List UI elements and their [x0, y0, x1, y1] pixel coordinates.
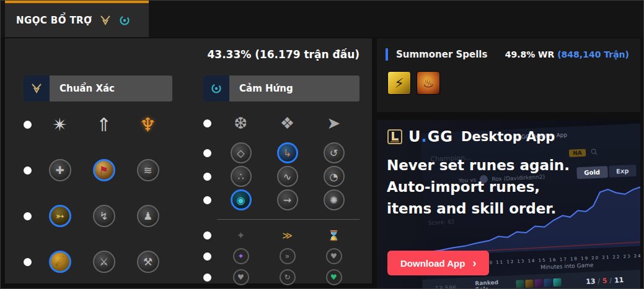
rune-conqueror[interactable]: ♆ — [134, 110, 162, 139]
primary-tree-header: Chuẩn Xác — [24, 75, 172, 101]
rune-jack-of-all-trades[interactable]: ✺ — [324, 189, 345, 210]
rune-presence-of-mind[interactable]: ≋ — [137, 159, 159, 181]
rune-magical-footwear-selected[interactable]: ↳ — [277, 142, 298, 163]
chevron-right-icon: › — [472, 257, 476, 269]
download-app-button[interactable]: Download App › — [387, 251, 489, 275]
ad-logo-row: U.GG Desktop App — [387, 128, 555, 145]
attack-speed-icon: ≫ — [282, 230, 293, 241]
rune-legend-haste[interactable]: ↯ — [93, 205, 115, 227]
triple-tonic-icon: ∴ — [237, 171, 244, 183]
shard-row: ♥ ↻ ♥ — [203, 267, 359, 288]
lethal-tempo-icon: ⇑ — [96, 114, 112, 136]
rune-time-warp-tonic[interactable]: ∿ — [277, 166, 298, 187]
tab-runes-label: NGỌC BỔ TRỢ — [16, 15, 92, 26]
winrate-value: 49.8% WR — [505, 50, 555, 59]
health-growth-icon: ♥ — [330, 273, 337, 282]
shard-row: ✦ ≫ ⌛ — [203, 225, 359, 246]
lol-logo-icon — [387, 129, 403, 145]
summoner-spells-card: Summoner Spells 49.8% WR (848,140 Trận) … — [377, 38, 640, 112]
rune-absorb-life[interactable]: ✚ — [49, 159, 71, 181]
rune-row: ∴ ∿ ◔ — [203, 165, 359, 188]
desktop-app-ad[interactable]: U.GG Desktop App Champion... NA You vs R… — [377, 120, 640, 288]
section-accent-bar — [386, 48, 388, 61]
rune-press-the-attack[interactable]: ✴ — [46, 110, 74, 139]
secondary-tree-header: Cảm Hứng — [203, 75, 359, 101]
rune-approach-velocity[interactable]: ⇝ — [277, 189, 298, 210]
brand-u: U — [408, 128, 421, 145]
rune-cut-down[interactable]: ⚔ — [93, 251, 115, 273]
ad-headline-line3: items and skill order. — [387, 198, 570, 220]
shard-tenacity[interactable]: ↻ — [280, 269, 296, 285]
move-speed-icon: » — [285, 252, 289, 261]
row-bullet — [203, 149, 211, 157]
inspiration-tree-icon — [203, 75, 229, 101]
primary-tree-precision: Chuẩn Xác ✴ ⇑ ♆ ✚ ⚑ — [24, 75, 172, 288]
ability-haste-icon: ⌛ — [328, 230, 340, 241]
secondary-tree-name: Cảm Hứng — [239, 83, 293, 94]
ugg-logo: U.GG — [408, 128, 453, 145]
tenacity-icon: ↻ — [284, 273, 290, 282]
ad-foreground: U.GG Desktop App Never set runes again. … — [377, 120, 640, 288]
flash-spell-icon[interactable]: ⚡ — [387, 71, 411, 95]
summoner-spells-winrate: 49.8% WR (848,140 Trận) — [505, 50, 629, 59]
row-bullet — [24, 121, 32, 129]
ignite-spell-icon[interactable]: ♨ — [417, 71, 440, 95]
row-bullet — [203, 252, 211, 261]
rune-row: ◉ ⇝ ✺ — [203, 188, 359, 212]
row-bullet — [24, 166, 32, 175]
adaptive-force-icon: ✦ — [237, 230, 245, 241]
coup-de-grace-icon: ☄ — [55, 256, 64, 268]
shard-health-growth-selected[interactable]: ♥ — [326, 269, 342, 285]
rune-trees: Chuẩn Xác ✴ ⇑ ♆ ✚ ⚑ — [5, 61, 372, 288]
rune-legend-alacrity-selected[interactable]: ➳ — [49, 205, 71, 227]
time-warp-tonic-icon: ∿ — [283, 171, 291, 183]
precision-tree-icon — [24, 75, 50, 101]
unsealed-spellbook-icon: ❖ — [280, 114, 294, 132]
ignite-glyph: ♨ — [423, 75, 434, 90]
adaptive-force-icon: ✦ — [237, 252, 244, 261]
biscuit-delivery-icon: ◔ — [330, 171, 338, 183]
rune-cash-back[interactable]: ↺ — [324, 142, 345, 163]
rune-triple-tonic[interactable]: ∴ — [231, 166, 252, 187]
ad-product-name: Desktop App — [461, 129, 555, 144]
magical-footwear-icon: ↳ — [283, 147, 291, 159]
last-stand-icon: ⚒ — [143, 256, 152, 268]
rune-lethal-tempo[interactable]: ⇑ — [90, 110, 118, 139]
rune-last-stand[interactable]: ⚒ — [137, 251, 159, 273]
shard-health[interactable]: ♥ — [326, 248, 342, 264]
main-content: 43.33% (16.179 trận đấu) Chuẩn Xác ✴ — [1, 37, 643, 288]
cosmic-insight-icon: ◉ — [237, 194, 245, 206]
row-bullet — [203, 119, 211, 127]
rune-legend-bloodline[interactable]: ♟ — [137, 205, 159, 227]
rune-biscuit-delivery[interactable]: ◔ — [324, 166, 345, 187]
tab-runes[interactable]: NGỌC BỔ TRỢ — [5, 1, 149, 37]
shard-health-scaling[interactable]: ♥ — [233, 269, 249, 285]
rune-first-strike[interactable]: ➤ — [321, 110, 347, 136]
row-bullet — [203, 196, 211, 204]
glacial-augment-icon: ❆ — [234, 114, 248, 132]
brand-dot: . — [421, 128, 428, 145]
rune-cosmic-insight-selected[interactable]: ◉ — [231, 189, 252, 210]
shard-row: ✦ » ♥ — [203, 246, 359, 267]
shard-move-speed[interactable]: » — [280, 248, 296, 264]
shard-ability-haste[interactable]: ⌛ — [326, 227, 342, 243]
rune-unsealed-spellbook[interactable]: ❖ — [275, 110, 301, 136]
press-the-attack-icon: ✴ — [52, 114, 68, 136]
health-icon: ♥ — [330, 252, 337, 261]
row-bullet — [24, 258, 32, 266]
ad-headline-line2: Auto-import runes, — [387, 176, 570, 198]
conqueror-icon: ♆ — [139, 114, 156, 136]
tab-bar: NGỌC BỔ TRỢ — [1, 1, 643, 37]
runes-panel: 43.33% (16.179 trận đấu) Chuẩn Xác ✴ — [5, 38, 372, 283]
shard-attack-speed-selected[interactable]: ≫ — [280, 227, 296, 243]
rune-triumph-selected[interactable]: ⚑ — [93, 159, 115, 181]
shard-adaptive-force[interactable]: ✦ — [233, 227, 249, 243]
cash-back-icon: ↺ — [330, 147, 338, 159]
rune-coup-de-grace-selected[interactable]: ☄ — [49, 251, 71, 273]
row-bullet — [203, 231, 211, 239]
rune-glacial-augment[interactable]: ❆ — [228, 110, 254, 136]
shard-adaptive-force-selected[interactable]: ✦ — [233, 248, 249, 264]
rune-hextech-flashtraption[interactable]: ◇ — [231, 142, 252, 163]
primary-tree-name: Chuẩn Xác — [60, 83, 115, 94]
presence-of-mind-icon: ≋ — [143, 164, 152, 176]
